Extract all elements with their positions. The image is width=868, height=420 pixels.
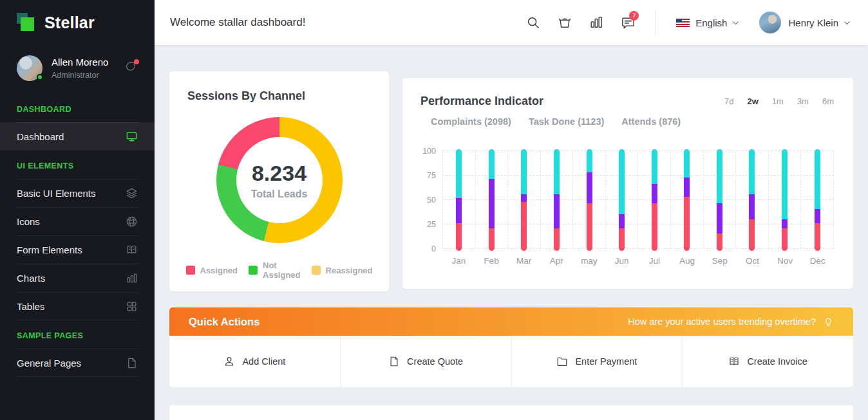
bar-stack bbox=[619, 149, 625, 251]
brand-logo-icon bbox=[17, 13, 36, 32]
x-tick-label: Oct bbox=[736, 256, 769, 266]
chat-bubble-icon[interactable] bbox=[125, 60, 138, 76]
bar-stack bbox=[554, 149, 560, 251]
top-header: Welcome stallar dashboard! 7 bbox=[155, 0, 868, 45]
y-tick-label: 75 bbox=[427, 171, 436, 180]
x-tick-label: Jun bbox=[605, 256, 638, 266]
profile-avatar[interactable] bbox=[17, 55, 42, 81]
user-menu[interactable]: Henry Klein bbox=[759, 12, 851, 33]
create-quote-button[interactable]: Create Quote bbox=[340, 336, 511, 387]
performance-indicator-card: Performance Indicator 7d 2w 1m 3m 6m Com… bbox=[402, 78, 853, 289]
header-divider bbox=[655, 10, 656, 35]
performance-chart: 0255075100 JanFebMarAprmayJunJulAugSepOc… bbox=[420, 151, 834, 266]
x-tick-label: Jan bbox=[442, 256, 475, 266]
notification-dot bbox=[134, 59, 139, 64]
x-tick-label: Jul bbox=[638, 256, 671, 266]
sidebar-item-label: Form Elements bbox=[17, 244, 82, 255]
legend-attends: Attends (876) bbox=[621, 116, 681, 127]
bar-stack bbox=[717, 149, 722, 251]
online-status-dot bbox=[37, 74, 43, 80]
sidebar-item-tables[interactable]: Tables bbox=[0, 292, 155, 320]
x-tick-label: Aug bbox=[671, 256, 704, 266]
sidebar-item-label: Tables bbox=[17, 301, 44, 312]
open-book-icon bbox=[126, 244, 138, 256]
tab-3m[interactable]: 3m bbox=[797, 96, 809, 106]
lightbulb-icon bbox=[823, 316, 834, 327]
bar-stack bbox=[587, 149, 592, 251]
section-label-dashboard: DASHBOARD bbox=[0, 94, 155, 122]
sessions-card-title: Sessions By Channel bbox=[187, 89, 371, 103]
brand-name: Stellar bbox=[44, 14, 95, 32]
bar-stack bbox=[652, 149, 657, 251]
grid-icon bbox=[126, 300, 138, 313]
bar-chart-icon bbox=[126, 272, 138, 284]
sidebar-item-dashboard[interactable]: Dashboard bbox=[0, 122, 155, 151]
layers-icon bbox=[126, 187, 138, 199]
legend-task-done: Task Done (1123) bbox=[529, 116, 604, 127]
y-tick-label: 100 bbox=[422, 147, 436, 156]
legend-swatch bbox=[312, 266, 321, 275]
tab-7d[interactable]: 7d bbox=[724, 96, 733, 106]
sidebar-profile: Allen Moreno Administrator bbox=[0, 45, 155, 94]
tab-1m[interactable]: 1m bbox=[772, 96, 784, 106]
message-icon[interactable]: 7 bbox=[621, 15, 636, 30]
tab-2w[interactable]: 2w bbox=[747, 96, 758, 106]
y-tick-label: 25 bbox=[427, 220, 436, 229]
y-tick-label: 0 bbox=[431, 244, 436, 253]
add-client-button[interactable]: Add Client bbox=[169, 336, 340, 387]
sidebar-item-form-elements[interactable]: Form Elements bbox=[0, 235, 155, 264]
sidebar-item-icons[interactable]: Icons bbox=[0, 207, 155, 235]
content-area: Sessions By Channel 8.234 Total Leads bbox=[155, 45, 868, 420]
search-icon[interactable] bbox=[526, 15, 540, 30]
tab-6m[interactable]: 6m bbox=[822, 96, 834, 106]
brand-logo[interactable]: Stellar bbox=[0, 0, 155, 45]
quick-actions: Quick Actions How are your active users … bbox=[169, 307, 853, 387]
sidebar-item-general-pages[interactable]: General Pages bbox=[0, 349, 155, 377]
legend-swatch bbox=[249, 266, 258, 275]
legend-item-not-assigned: Not Assigned bbox=[249, 260, 301, 280]
profile-name: Allen Moreno bbox=[52, 57, 125, 68]
cart-icon[interactable] bbox=[558, 15, 572, 30]
total-leads-value: 8.234 bbox=[252, 161, 307, 186]
message-badge: 7 bbox=[629, 11, 639, 21]
language-selector[interactable]: English bbox=[676, 17, 740, 28]
performance-card-title: Performance Indicator bbox=[420, 95, 543, 108]
sidebar-item-basic-ui-elements[interactable]: Basic UI Elements bbox=[0, 179, 155, 207]
monitor-icon bbox=[126, 131, 138, 143]
user-name: Henry Klein bbox=[788, 17, 838, 28]
main-area: Welcome stallar dashboard! 7 bbox=[155, 0, 868, 420]
section-label-sample-pages: SAMPLE PAGES bbox=[0, 320, 155, 349]
x-tick-label: Dec bbox=[801, 256, 834, 266]
person-icon bbox=[223, 356, 235, 367]
y-tick-label: 50 bbox=[427, 196, 436, 205]
x-tick-label: Feb bbox=[475, 256, 508, 266]
chevron-down-icon bbox=[843, 19, 851, 27]
globe-icon bbox=[126, 215, 138, 228]
open-book-icon bbox=[728, 356, 740, 367]
perf-y-axis: 0255075100 bbox=[420, 151, 442, 249]
user-avatar bbox=[759, 12, 781, 33]
bar-chart-icon[interactable] bbox=[589, 15, 603, 30]
sidebar-nav: DASHBOARD Dashboard UI ELEMENTS Basic UI… bbox=[0, 94, 155, 377]
bar-stack bbox=[749, 149, 755, 251]
performance-legend: Complaints (2098) Task Done (1123) Atten… bbox=[420, 116, 834, 127]
language-label: English bbox=[695, 17, 727, 28]
x-tick-label: Mar bbox=[507, 256, 540, 266]
app-root: Stellar Allen Moreno Administrator DASHB… bbox=[0, 0, 868, 420]
quick-actions-title: Quick Actions bbox=[189, 316, 259, 328]
create-invoice-button[interactable]: Create Invoice bbox=[682, 336, 853, 387]
x-tick-label: may bbox=[573, 256, 606, 266]
file-icon bbox=[126, 357, 138, 369]
bar-stack bbox=[489, 149, 495, 251]
sidebar-item-label: Charts bbox=[17, 273, 45, 284]
perf-plot bbox=[442, 151, 834, 249]
sidebar-item-charts[interactable]: Charts bbox=[0, 264, 155, 292]
bar-stack bbox=[782, 149, 788, 251]
x-tick-label: Sep bbox=[703, 256, 736, 266]
sessions-donut: 8.234 Total Leads bbox=[216, 117, 343, 243]
total-leads-label: Total Leads bbox=[251, 188, 308, 200]
enter-payment-button[interactable]: Enter Payment bbox=[511, 336, 683, 387]
perf-x-axis: JanFebMarAprmayJunJulAugSepOctNovDec bbox=[442, 256, 834, 266]
chevron-down-icon bbox=[731, 19, 740, 27]
bar-stack bbox=[456, 149, 462, 251]
